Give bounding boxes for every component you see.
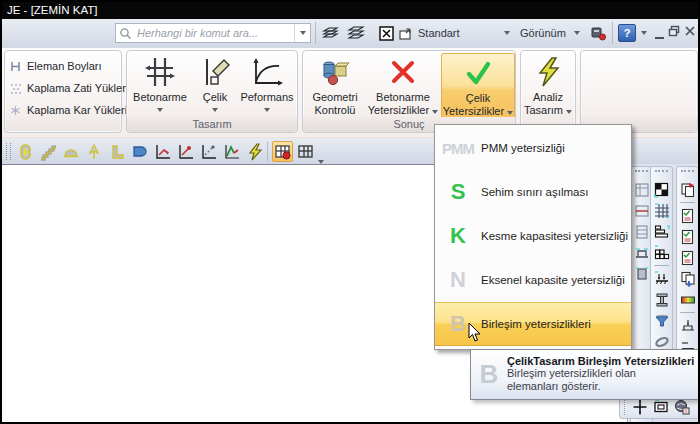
- close-button[interactable]: [683, 25, 697, 37]
- stairs-tool-icon[interactable]: [37, 141, 58, 162]
- toolbar-grip[interactable]: [681, 170, 694, 177]
- button-label: Geometri: [312, 91, 357, 104]
- toolbar-grip[interactable]: [6, 143, 11, 160]
- menu-item-sehim[interactable]: S Sehim sınırı aşılması: [435, 170, 631, 214]
- mouse-cursor: [468, 322, 482, 347]
- steel-design-icon: [199, 56, 231, 88]
- vertical-toolbar-display: [650, 166, 673, 364]
- celik-yetersizlikler-menu: PMM PMM yetersizliği S Sehim sınırı aşıl…: [434, 124, 632, 350]
- restore-button[interactable]: [667, 25, 681, 37]
- frame-tool-icon[interactable]: [631, 263, 652, 284]
- menu-item-birlesim[interactable]: B Birleşim yetersizlikleri: [435, 302, 631, 346]
- chevron-down-icon: [264, 108, 270, 112]
- chevron-down-icon: [641, 31, 647, 35]
- layers-stack-icon: [347, 25, 365, 41]
- dome-tool-icon[interactable]: [60, 141, 81, 162]
- report-check-icon[interactable]: [677, 247, 698, 268]
- button-label: Yetersizlikler: [443, 105, 504, 117]
- command-search[interactable]: [115, 23, 311, 43]
- chart-q-tool-icon[interactable]: [198, 141, 219, 162]
- chart-p-tool-icon[interactable]: [175, 141, 196, 162]
- grid-table-icon[interactable]: [295, 141, 316, 162]
- chart-tool-icon[interactable]: [152, 141, 173, 162]
- rebar-grid-icon: [143, 56, 177, 88]
- title-bar: JE - [ZEMİN KAT]: [2, 2, 698, 19]
- tooltip: B ÇelikTasarım Birleşim Yetersizlikleri …: [470, 349, 700, 400]
- toolbar-grip[interactable]: [635, 170, 648, 177]
- column-tool-icon[interactable]: [14, 141, 35, 162]
- report-check-icon[interactable]: [677, 205, 698, 226]
- frame-tool-icon[interactable]: [631, 221, 652, 242]
- layers-back-button[interactable]: [346, 23, 366, 43]
- help-dropdown-arrow[interactable]: [638, 23, 650, 43]
- ribbon-group-tasarim: Betonarme Çelik Peformans Tasarım: [126, 50, 298, 133]
- button-label: Betonarme: [133, 91, 187, 104]
- pmm-glyph-icon: PMM: [435, 140, 481, 157]
- help-icon: ?: [618, 24, 636, 42]
- quick-analysis-icon[interactable]: [244, 141, 265, 162]
- ribbon-item-label: Kaplama Zati Yükleri: [27, 82, 128, 94]
- report-check-icon[interactable]: [677, 226, 698, 247]
- minimize-button[interactable]: [652, 27, 666, 39]
- window-title: JE - [ZEMİN KAT]: [7, 4, 98, 16]
- view-menu[interactable]: Görünüm: [520, 23, 578, 43]
- search-dropdown-arrow[interactable]: [294, 24, 310, 42]
- column-section-icon[interactable]: [651, 289, 672, 310]
- red-x-icon: [388, 57, 418, 87]
- copy-red-report-icon[interactable]: [677, 179, 698, 200]
- button-label: Kontrolü: [315, 104, 356, 117]
- menu-item-kesme[interactable]: K Kesme kapasitesi yetersizliği: [435, 214, 631, 258]
- view-menu-label: Görünüm: [520, 27, 566, 39]
- close-icon: [684, 25, 696, 37]
- grid-settings-icon-active[interactable]: [272, 141, 293, 162]
- close-view-button[interactable]: [377, 23, 395, 43]
- support-load-icon[interactable]: [677, 315, 698, 336]
- pointer-tool-icon[interactable]: [83, 141, 104, 162]
- layers-forward-button[interactable]: [320, 23, 340, 43]
- k-glyph-icon: K: [435, 223, 481, 249]
- vertical-toolbar-reports: [676, 166, 699, 364]
- frame-tool-icon[interactable]: [631, 200, 652, 221]
- tooltip-description-line1: Birleşim yetersizlikleri olan: [507, 367, 694, 380]
- ribbon-group-empty: [580, 50, 698, 133]
- frame-tool-icon[interactable]: [631, 179, 652, 200]
- style-selector-arrow[interactable]: [500, 23, 514, 43]
- menu-item-eksenel[interactable]: N Eksenel kapasite yetersizliği: [435, 258, 631, 302]
- ribbon-item-eleman-boylari[interactable]: Eleman Boyları: [9, 57, 102, 75]
- ribbon-item-kaplama-zati[interactable]: Kaplama Zati Yükleri: [9, 79, 128, 97]
- chevron-down-icon: [157, 108, 163, 112]
- analiz-tasarim-button[interactable]: Analiz Tasarım: [522, 53, 574, 131]
- geometry-shapes-icon: [320, 57, 350, 87]
- button-label: Peformans: [240, 91, 293, 104]
- style-selector-value: Standart: [418, 27, 460, 39]
- peak-chart-tool-icon[interactable]: [221, 141, 242, 162]
- bar-steps-icon[interactable]: [651, 221, 672, 242]
- copy-blue-report-icon[interactable]: [677, 268, 698, 289]
- angle-tool-icon[interactable]: [106, 141, 127, 162]
- tooltip-description-line2: elemanları gösterir.: [507, 380, 694, 393]
- block-grid-icon[interactable]: [651, 242, 672, 263]
- green-check-icon: [462, 58, 494, 88]
- tooltip-title: ÇelikTasarım Birleşim Yetersizlikleri: [507, 355, 694, 367]
- group-label-tasarim: Tasarım: [127, 117, 297, 132]
- ribbon-item-kaplama-kar[interactable]: Kaplama Kar Yükleri: [9, 101, 127, 119]
- x-box-icon: [379, 26, 394, 41]
- beam-load-icon[interactable]: [651, 268, 672, 289]
- chevron-down-icon: [432, 110, 438, 114]
- gradient-legend-icon[interactable]: [677, 289, 698, 310]
- ribbon-group-loads: Eleman Boyları Kaplama Zati Yükleri Kapl…: [4, 50, 122, 133]
- menu-item-pmm[interactable]: PMM PMM yetersizliği: [435, 126, 631, 170]
- search-input[interactable]: [135, 26, 294, 40]
- window-restore-view-button[interactable]: [396, 23, 414, 43]
- mesh-grid-icon[interactable]: [651, 200, 672, 221]
- help-button[interactable]: ?: [618, 23, 636, 43]
- frame-tool-icon[interactable]: [631, 242, 652, 263]
- polygon-tool-icon[interactable]: [129, 141, 150, 162]
- toolbar-grip[interactable]: [655, 170, 668, 177]
- user-settings-button[interactable]: [588, 23, 608, 43]
- style-selector[interactable]: Standart: [418, 23, 502, 43]
- tooltip-b-glyph-icon: B: [471, 350, 507, 399]
- checkerboard-display-icon[interactable]: [651, 179, 672, 200]
- beam-section-icon: [9, 60, 22, 73]
- funnel-filter-icon[interactable]: [651, 310, 672, 331]
